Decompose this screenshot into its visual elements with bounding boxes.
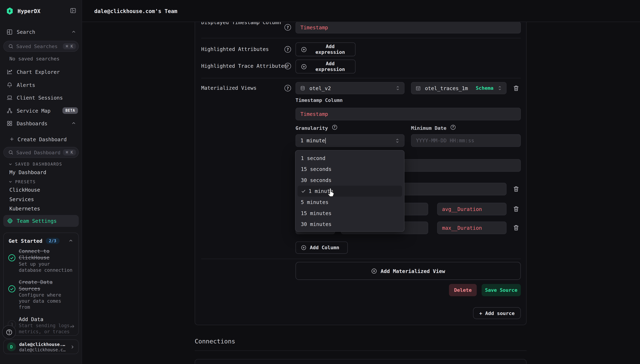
granularity-value: 1 minute xyxy=(300,138,325,144)
create-dashboard-button[interactable]: Create Dashboard xyxy=(0,133,82,146)
saved-dashboards-section[interactable]: SAVED DASHBOARDS xyxy=(8,162,62,166)
help-icon[interactable]: ? xyxy=(451,124,455,130)
divider xyxy=(195,350,526,351)
help-icon[interactable]: ? xyxy=(332,124,337,130)
table-select[interactable]: otel_traces_1m Schema xyxy=(411,82,506,94)
sidebar-item-team-settings[interactable]: Team Settings xyxy=(3,215,79,227)
delete-source-button[interactable]: Delete xyxy=(449,284,477,296)
dropdown-option[interactable]: 30 minutes xyxy=(296,219,404,230)
sidebar-item-alerts[interactable]: Alerts xyxy=(0,78,82,91)
get-started-step-2[interactable]: Create Data Sources Configure where your… xyxy=(4,279,79,310)
divider xyxy=(201,78,521,78)
add-expression-button[interactable]: Add expression xyxy=(296,60,355,74)
text-caret xyxy=(325,138,326,144)
connections-card xyxy=(195,359,526,364)
add-expression-button[interactable]: Add expression xyxy=(296,42,355,56)
granularity-dropdown: 1 second 15 seconds 30 seconds 1 minute … xyxy=(295,150,405,232)
user-email: dale@clickhouse.c… xyxy=(19,347,67,352)
team-title: dale@clickhouse.com's Team xyxy=(94,8,177,14)
sidebar-item-chart-explorer[interactable]: Chart Explorer xyxy=(0,65,82,78)
sidebar-item-label: Service Map xyxy=(17,108,51,114)
highlighted-trace-attributes-label: Highlighted Trace Attributes xyxy=(201,63,287,69)
dropdown-option[interactable]: 15 seconds xyxy=(296,164,404,175)
sidebar-item-label: Dashboards xyxy=(17,120,48,126)
displayed-timestamp-input[interactable]: Timestamp xyxy=(296,22,521,34)
get-started-header[interactable]: Get Started 2/3 xyxy=(4,233,79,248)
plus-circle-icon xyxy=(371,268,377,274)
add-expression-label: Add expression xyxy=(310,61,350,72)
view-select-value: otel_v2 xyxy=(309,85,331,91)
connections-title: Connections xyxy=(195,338,235,345)
chevron-up-icon[interactable] xyxy=(71,120,76,126)
arrow-right-icon xyxy=(69,324,75,329)
timestamp-column-input[interactable]: Timestamp xyxy=(296,108,521,120)
help-button[interactable] xyxy=(2,325,16,339)
dropdown-option[interactable]: 5 minutes xyxy=(296,197,404,208)
dropdown-option[interactable]: 15 minutes xyxy=(296,208,404,219)
team-settings-label: Team Settings xyxy=(17,218,57,224)
delete-column-icon[interactable] xyxy=(513,224,520,231)
add-column-button[interactable]: Add Column xyxy=(296,242,348,254)
sidebar-item-service-map[interactable]: Service Map BETA xyxy=(0,104,82,117)
minimum-date-placeholder: YYYY-MM-DD HH:mm:ss xyxy=(416,138,474,144)
add-materialized-view-button[interactable]: Add Materialized View xyxy=(296,262,521,280)
chevron-up-icon[interactable] xyxy=(68,238,74,244)
no-saved-searches-text: No saved searches xyxy=(9,56,59,62)
dropdown-option-selected[interactable]: 1 minute xyxy=(297,186,402,197)
dropdown-option[interactable]: 1 second xyxy=(296,152,404,164)
minimum-date-label: Minimum Date ? xyxy=(411,125,454,131)
step-desc: Configure where your data comes from xyxy=(19,292,75,310)
view-select[interactable]: otel_v2 xyxy=(296,82,404,94)
saved-searches-input[interactable]: Saved Searches ⌘ K xyxy=(3,41,79,52)
plus-circle-icon xyxy=(301,245,307,250)
help-icon[interactable]: ? xyxy=(284,63,291,69)
gear-icon xyxy=(7,218,13,224)
save-source-button[interactable]: Save Source xyxy=(482,284,521,296)
delete-column-icon[interactable] xyxy=(513,205,520,212)
check-circle-icon xyxy=(8,285,16,310)
sidebar-item-kubernetes[interactable]: Kubernetes xyxy=(9,206,40,212)
add-materialized-view-label: Add Materialized View xyxy=(381,268,445,274)
granularity-label: Granularity ? xyxy=(296,125,336,131)
sidebar-item-my-dashboard[interactable]: My Dashboard xyxy=(9,169,46,176)
displayed-timestamp-value: Timestamp xyxy=(300,24,328,30)
help-icon[interactable]: ? xyxy=(284,46,291,53)
select-chevrons-icon xyxy=(395,138,400,144)
sidebar-item-search[interactable]: Search xyxy=(0,25,82,38)
table-icon xyxy=(415,86,421,91)
minimum-date-input[interactable]: YYYY-MM-DD HH:mm:ss xyxy=(411,134,521,147)
step-desc: Set up your database connection xyxy=(19,261,75,273)
saved-dashboards-input[interactable]: Saved Dashboards ⌘ K xyxy=(3,147,79,158)
sidebar-item-clickhouse[interactable]: ClickHouse xyxy=(9,187,40,193)
sidebar-item-dashboards[interactable]: Dashboards xyxy=(0,117,82,130)
chevron-up-icon[interactable] xyxy=(71,29,76,34)
saved-searches-placeholder: Saved Searches xyxy=(16,44,60,49)
avatar: D xyxy=(7,342,16,351)
divider xyxy=(201,259,521,259)
help-icon[interactable]: ? xyxy=(284,24,291,31)
column-alias-input[interactable]: avg__Duration xyxy=(437,203,506,216)
mouse-cursor xyxy=(327,188,336,198)
add-source-button[interactable]: + Add source xyxy=(473,307,521,319)
sidebar-item-client-sessions[interactable]: Client Sessions xyxy=(0,91,82,104)
help-icon[interactable]: ? xyxy=(284,85,291,92)
column-alias-input[interactable]: max__Duration xyxy=(437,222,506,234)
presets-section[interactable]: PRESETS xyxy=(8,180,36,184)
sidebar-item-services[interactable]: Services xyxy=(9,196,34,202)
delete-materialized-view-icon[interactable] xyxy=(513,84,520,92)
granularity-input[interactable]: 1 minute xyxy=(296,134,404,147)
step-desc: Start sending logs, metrics, or traces xyxy=(19,323,75,335)
user-menu[interactable]: D dale@clickhouse.… dale@clickhouse.c… xyxy=(3,340,79,354)
chart-explorer-icon xyxy=(7,69,13,75)
laptop-icon xyxy=(7,94,13,100)
delete-column-icon[interactable] xyxy=(513,185,520,192)
select-chevrons-icon xyxy=(395,85,400,91)
collapse-sidebar-icon[interactable] xyxy=(70,7,76,14)
sidebar: HyperDX Search Saved Searches ⌘ K No sav… xyxy=(0,0,82,364)
get-started-step-1[interactable]: Connect to ClickHouse Set up your databa… xyxy=(4,248,79,273)
dropdown-option[interactable]: 30 seconds xyxy=(296,175,404,186)
plus-icon xyxy=(9,136,14,142)
shortcut-badge: ⌘ K xyxy=(63,149,76,155)
column-alias-value: max__Duration xyxy=(442,225,482,231)
checkmark-icon xyxy=(301,188,306,194)
